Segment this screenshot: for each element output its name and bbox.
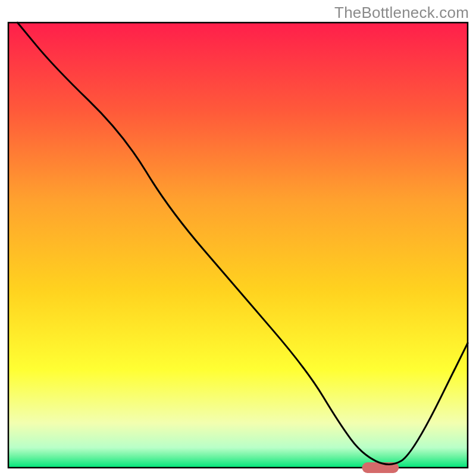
- chart-stage: TheBottleneck.com: [0, 0, 476, 476]
- watermark-text: TheBottleneck.com: [334, 4, 469, 22]
- bottleneck-chart: [0, 0, 476, 476]
